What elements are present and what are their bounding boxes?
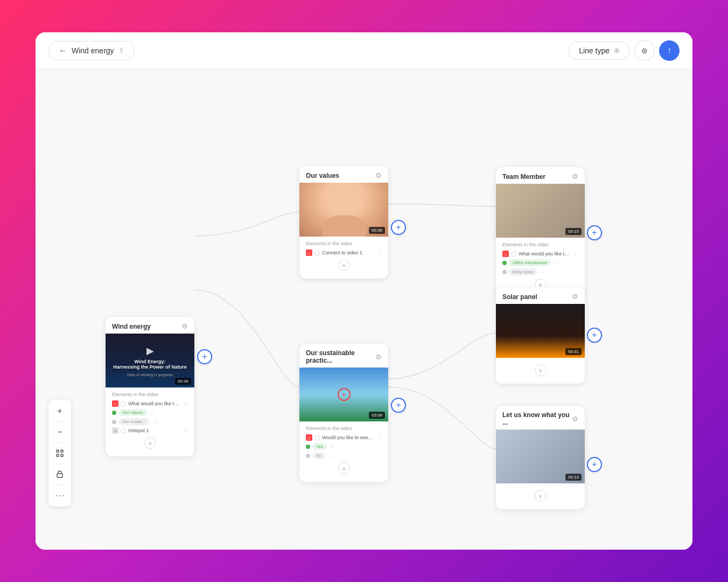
share-icon: ↑ <box>667 46 671 56</box>
values-item-1: ▢ ◯ Connect to video 1 → <box>306 250 382 256</box>
wind-item-1: ▢ ◯ What would you like to lear... → <box>112 400 188 407</box>
solar-add-button[interactable]: + <box>587 328 602 343</box>
sustainable-collapse-btn[interactable]: ∧ <box>338 462 350 474</box>
letusknow-card-footer: ∨ <box>496 483 585 509</box>
solar-collapse-btn[interactable]: ∨ <box>535 364 547 376</box>
values-card-footer: Elements in the video ▢ ◯ Connect to vid… <box>299 237 388 279</box>
solar-card-title: Solar panel <box>502 293 537 301</box>
zoom-controls: + − ⋯ <box>48 400 71 507</box>
share-button[interactable]: ↑ <box>659 40 680 61</box>
svg-rect-1 <box>61 450 63 452</box>
wind-add-button[interactable]: + <box>197 349 212 364</box>
solar-card-settings-icon[interactable]: ⚙ <box>572 293 578 301</box>
zoom-divider-2 <box>52 442 68 443</box>
back-arrow-icon: ← <box>59 46 67 56</box>
values-add-button[interactable]: + <box>391 220 406 235</box>
sustainable-item-3: No → <box>306 452 382 459</box>
team-elements-label: Elements in the video <box>502 242 578 247</box>
team-item3-pill: Daily tasks <box>509 268 537 275</box>
wind-elements-label: Elements in the video <box>112 392 188 397</box>
solar-time-badge: 00:31 <box>565 348 582 355</box>
wind-card: Wind energy ⚙ ▶ Wind Energy:Harnessing t… <box>106 317 194 456</box>
wind-card-settings-icon[interactable]: ⚙ <box>181 322 188 330</box>
wind-item3-pill: Our sustai... <box>118 418 149 425</box>
sustainable-items: ▢ ◯ Would you like to see our of... → Ye… <box>306 434 382 459</box>
solar-card-footer: ∨ <box>496 358 585 384</box>
wind-card-title: Wind energy <box>112 323 151 330</box>
team-item1-eye: ◯ <box>511 251 516 257</box>
lock-button[interactable] <box>52 466 68 482</box>
team-card-settings-icon[interactable]: ⚙ <box>572 172 578 181</box>
zoom-divider <box>52 421 68 422</box>
solar-thumbnail: 00:31 <box>496 304 585 358</box>
wind-item3-dot <box>112 420 116 424</box>
wind-item4-text: Hotspot 1 <box>128 428 180 433</box>
sustainable-card-title: Our sustainable practic... <box>306 349 375 364</box>
line-type-label: Line type <box>579 46 610 55</box>
values-thumbnail: 00:36 <box>299 183 388 237</box>
sustainable-time-badge: 03:08 <box>369 412 385 419</box>
sustainable-card-settings-icon[interactable]: ⚙ <box>375 353 382 361</box>
svg-rect-3 <box>61 454 63 456</box>
team-add-button[interactable]: + <box>587 225 602 240</box>
zoom-divider-4 <box>52 484 68 485</box>
zoom-out-button[interactable]: − <box>52 424 68 440</box>
more-button[interactable]: ⋯ <box>52 487 68 503</box>
team-card-header: Team Member ⚙ <box>496 167 585 184</box>
values-time-badge: 00:36 <box>369 227 385 234</box>
team-card-title: Team Member <box>502 173 545 181</box>
solar-card-header: Solar panel ⚙ <box>496 287 585 304</box>
values-item1-eye: ◯ <box>314 250 320 255</box>
sustainable-item-2: Yes → <box>306 443 382 450</box>
values-collapse-btn[interactable]: ∧ <box>338 259 350 271</box>
letusknow-card-header: Let us know what you ... ⚙ <box>496 406 585 429</box>
back-label: Wind energy <box>72 46 114 55</box>
sustainable-add-button[interactable]: + <box>391 398 406 413</box>
zoom-in-button[interactable]: + <box>52 403 68 419</box>
wind-item3-arrow: → <box>152 419 157 425</box>
solar-card: Solar panel ⚙ 00:31 ∨ <box>496 287 585 384</box>
sustainable-item3-arrow: → <box>328 453 333 459</box>
network-icon-button[interactable]: ⊛ <box>634 40 655 61</box>
wind-item4-arrow: → <box>183 428 188 433</box>
svg-rect-0 <box>57 450 59 452</box>
wind-card-header: Wind energy ⚙ <box>106 317 194 334</box>
values-card: Our values ⚙ 00:36 Elements in the video… <box>299 166 388 279</box>
sustainable-item-1: ▢ ◯ Would you like to see our of... → <box>306 434 382 441</box>
team-item-1: ▢ ◯ What would you like to focu... → <box>502 251 578 257</box>
wind-item4-icon: ⊕ <box>112 427 118 434</box>
letusknow-add-button[interactable]: + <box>587 457 602 472</box>
values-card-title: Our values <box>306 172 339 179</box>
letusknow-card: Let us know what you ... ⚙ 00:13 ∨ <box>496 406 585 509</box>
team-item2-pill: Office introduction <box>509 259 551 266</box>
team-item1-arrow: → <box>573 251 578 257</box>
team-time-badge: 00:15 <box>565 228 582 235</box>
line-type-button[interactable]: Line type ⊕ <box>569 41 630 60</box>
zoom-divider-3 <box>52 463 68 464</box>
line-type-icon: ⊕ <box>614 46 620 54</box>
letusknow-card-settings-icon[interactable]: ⚙ <box>572 415 578 423</box>
wind-time-badge: 00:36 <box>175 378 191 385</box>
sustainable-item1-eye: ◯ <box>314 435 320 440</box>
team-item2-dot <box>502 261 507 265</box>
wind-item1-arrow: → <box>183 401 188 406</box>
fit-button[interactable] <box>52 445 68 461</box>
team-items: ▢ ◯ What would you like to focu... → Off… <box>502 251 578 275</box>
header-right: Line type ⊕ ⊛ ↑ <box>569 40 680 61</box>
wind-collapse-btn[interactable]: ∧ <box>144 437 156 449</box>
sustainable-card-header: Our sustainable practic... ⚙ <box>299 344 388 368</box>
values-card-settings-icon[interactable]: ⚙ <box>375 171 382 179</box>
svg-rect-4 <box>57 474 62 477</box>
back-button[interactable]: ← Wind energy ⇧ <box>48 41 135 60</box>
team-item1-text: What would you like to focu... <box>519 251 570 257</box>
wind-item-4: ⊕ ◯ Hotspot 1 → <box>112 427 188 434</box>
wind-card-footer: Elements in the video ▢ ◯ What would you… <box>106 387 194 456</box>
wind-item4-eye: ◯ <box>121 428 126 433</box>
team-item-3: Daily tasks → <box>502 268 578 275</box>
letusknow-collapse-btn[interactable]: ∨ <box>535 490 547 502</box>
wind-item1-eye: ◯ <box>121 401 126 406</box>
sustainable-item1-text: Would you like to see our of... <box>322 435 374 440</box>
wind-item2-dot <box>112 411 116 415</box>
wind-items: ▢ ◯ What would you like to lear... → Our… <box>112 400 188 434</box>
values-item1-arrow: → <box>377 250 382 255</box>
